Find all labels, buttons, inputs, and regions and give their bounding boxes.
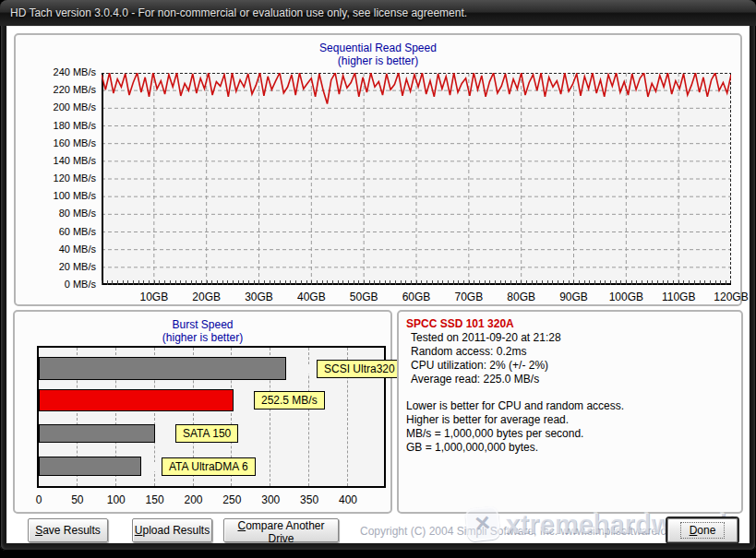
client-area: Sequential Read Speed (higher is better)… — [6, 26, 750, 543]
burst-x-axis-labels: 050100150200250300350400 — [15, 312, 390, 512]
screen: HD Tach version 3.0.4.0 - For non-commer… — [0, 0, 756, 558]
copyright-text: Copyright (C) 2004 Simpli Software, Inc.… — [360, 525, 681, 538]
sequential-read-panel: Sequential Read Speed (higher is better)… — [14, 33, 742, 306]
sequential-x-axis-labels: 10GB20GB30GB40GB50GB60GB70GB80GB90GB100G… — [16, 35, 740, 304]
burst-x-tick-label: 300 — [261, 493, 280, 506]
sequential-x-tick-label: 120GB — [714, 291, 748, 303]
burst-x-tick-label: 400 — [339, 493, 357, 506]
save-access-key: S — [35, 524, 42, 537]
note-higher-better: Higher is better for average read. — [406, 413, 734, 427]
sequential-x-tick-label: 20GB — [192, 291, 221, 303]
burst-x-tick-label: 50 — [71, 493, 83, 506]
burst-x-tick-label: 350 — [300, 493, 318, 506]
burst-x-tick-label: 150 — [146, 493, 164, 506]
burst-speed-panel: Burst Speed (higher is better) SCSI Ultr… — [13, 310, 392, 514]
compare-access-key: C — [237, 519, 246, 532]
note-mbs-definition: MB/s = 1,000,000 bytes per second. — [406, 427, 734, 441]
average-read-line: Average read: 225.0 MB/s — [406, 373, 734, 386]
tested-on-line: Tested on 2011-09-20 at 21:28 — [406, 331, 734, 345]
drive-name: SPCC SSD 101 320A — [406, 317, 734, 331]
sequential-x-tick-label: 90GB — [559, 291, 588, 303]
upload-label-rest: pload Results — [142, 524, 210, 537]
done-label-rest: one — [697, 524, 715, 537]
sequential-x-tick-label: 60GB — [402, 291, 431, 303]
burst-x-tick-label: 0 — [36, 493, 42, 506]
sequential-x-tick-label: 30GB — [245, 291, 273, 303]
window-title: HD Tach version 3.0.4.0 - For non-commer… — [10, 0, 467, 26]
note-gb-definition: GB = 1,000,000,000 bytes. — [406, 441, 734, 455]
title-bar[interactable]: HD Tach version 3.0.4.0 - For non-commer… — [0, 0, 756, 26]
random-access-line: Random access: 0.2ms — [406, 345, 734, 359]
done-focus-rect: Done — [680, 522, 726, 539]
upload-results-button[interactable]: Upload Results — [132, 518, 212, 542]
burst-x-tick-label: 200 — [184, 493, 202, 506]
sequential-x-tick-label: 100GB — [609, 291, 643, 303]
sequential-x-tick-label: 70GB — [454, 291, 483, 303]
compare-label-rest: ompare Another Drive — [246, 519, 324, 545]
save-results-button[interactable]: Save Results — [28, 518, 108, 542]
sequential-x-tick-label: 50GB — [350, 291, 378, 303]
note-lower-better: Lower is better for CPU and random acces… — [406, 399, 734, 413]
sequential-x-tick-label: 80GB — [507, 291, 535, 303]
hdtach-window: HD Tach version 3.0.4.0 - For non-commer… — [0, 0, 756, 551]
burst-x-tick-label: 100 — [107, 493, 126, 506]
sequential-x-tick-label: 10GB — [139, 291, 168, 303]
burst-x-tick-label: 250 — [222, 493, 241, 506]
drive-info-panel: SPCC SSD 101 320A Tested on 2011-09-20 a… — [397, 310, 743, 514]
cpu-utilization-line: CPU utilization: 2% (+/- 2%) — [406, 359, 734, 373]
done-button[interactable]: Done — [667, 518, 738, 542]
done-access-key: D — [690, 524, 698, 537]
sequential-x-tick-label: 40GB — [297, 291, 326, 303]
sequential-x-tick-label: 110GB — [662, 291, 695, 303]
compare-another-drive-button[interactable]: Compare Another Drive — [223, 518, 339, 542]
save-label-rest: ave Results — [42, 524, 101, 537]
